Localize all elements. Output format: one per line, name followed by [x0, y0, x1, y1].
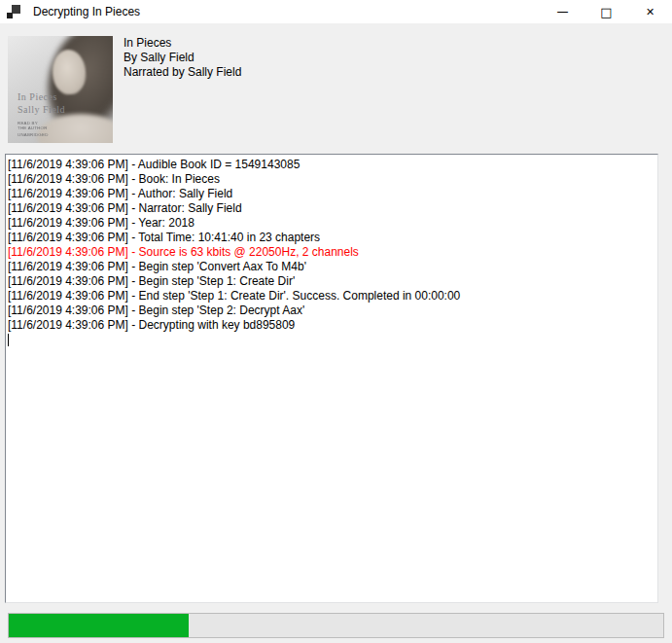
- log-line: [11/6/2019 4:39:06 PM] - Book: In Pieces: [8, 172, 655, 187]
- log-line: [11/6/2019 4:39:06 PM] - End step 'Step …: [8, 289, 655, 304]
- cover-readby-text: READ BY THE AUTHOR: [18, 122, 48, 130]
- log-textbox[interactable]: [11/6/2019 4:39:06 PM] - Audible Book ID…: [5, 154, 658, 603]
- log-line: [11/6/2019 4:39:06 PM] - Source is 63 kb…: [8, 245, 655, 260]
- app-icon-square-small: [7, 13, 13, 18]
- text-caret: [8, 334, 9, 346]
- app-window: Decrypting In Pieces — □ ✕ In Pieces Sal…: [0, 0, 672, 643]
- log-line: [11/6/2019 4:39:06 PM] - Begin step 'Con…: [8, 260, 655, 274]
- cover-portrait-shoulder: [37, 114, 113, 143]
- caret-line: [8, 333, 655, 347]
- cover-author-text: Sally Field: [18, 104, 65, 115]
- log-line: [11/6/2019 4:39:06 PM] - Year: 2018: [8, 216, 655, 231]
- minimize-button[interactable]: —: [541, 0, 584, 23]
- book-narrator: Narrated by Sally Field: [124, 65, 241, 80]
- progress-fill: [9, 614, 189, 637]
- cover-title-text: In Pieces: [18, 91, 57, 102]
- progress-bar: [8, 613, 664, 638]
- window-title: Decrypting In Pieces: [33, 5, 140, 18]
- maximize-button[interactable]: □: [584, 0, 628, 23]
- book-info: In Pieces By Sally Field Narrated by Sal…: [124, 36, 241, 80]
- log-lines: [11/6/2019 4:39:06 PM] - Audible Book ID…: [8, 158, 655, 333]
- log-line: [11/6/2019 4:39:06 PM] - Total Time: 10:…: [8, 231, 655, 245]
- titlebar[interactable]: Decrypting In Pieces — □ ✕: [0, 0, 672, 23]
- log-line: [11/6/2019 4:39:06 PM] - Decrypting with…: [8, 318, 655, 333]
- log-line: [11/6/2019 4:39:06 PM] - Narrator: Sally…: [8, 201, 655, 216]
- book-cover-image: In Pieces Sally Field READ BY THE AUTHOR…: [8, 36, 113, 143]
- log-line: [11/6/2019 4:39:06 PM] - Audible Book ID…: [8, 158, 655, 172]
- maximize-icon: □: [600, 5, 612, 19]
- caption-buttons: — □ ✕: [541, 0, 672, 23]
- close-button[interactable]: ✕: [628, 0, 672, 23]
- log-line: [11/6/2019 4:39:06 PM] - Begin step 'Ste…: [8, 304, 655, 318]
- cover-edition-text: UNABRIDGED: [18, 133, 49, 137]
- app-icon-square-large: [12, 5, 20, 14]
- log-line: [11/6/2019 4:39:06 PM] - Author: Sally F…: [8, 187, 655, 201]
- minimize-icon: —: [557, 5, 569, 18]
- log-line: [11/6/2019 4:39:06 PM] - Begin step 'Ste…: [8, 274, 655, 289]
- book-author: By Sally Field: [124, 51, 241, 65]
- app-icon: [7, 5, 20, 18]
- book-title: In Pieces: [124, 36, 241, 51]
- close-icon: ✕: [646, 6, 654, 18]
